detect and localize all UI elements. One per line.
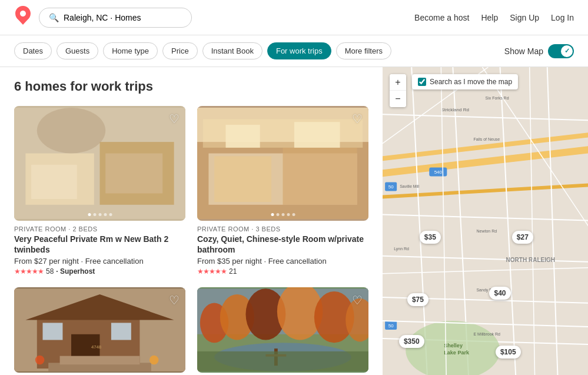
review-count-2: 21 — [229, 267, 237, 276]
card-image-4: ♡ — [197, 287, 368, 373]
card-image-3: 4748 ♡ — [14, 287, 185, 373]
filter-price[interactable]: Price — [162, 42, 198, 59]
wishlist-btn-2[interactable]: ♡ — [352, 112, 363, 126]
toggle-check-icon: ✓ — [564, 47, 570, 55]
svg-rect-12 — [226, 125, 260, 148]
show-map-label: Show Map — [504, 47, 543, 56]
card-info-2: PRIVATE ROOM · 3 BEDS Cozy, Quiet, Chine… — [197, 221, 368, 276]
dot — [109, 213, 112, 216]
svg-rect-20 — [111, 323, 131, 340]
header-right: Become a host Help Sign Up Log In — [414, 13, 574, 22]
dot — [271, 213, 274, 216]
wishlist-btn-1[interactable]: ♡ — [169, 112, 180, 126]
price-bubble-40[interactable]: $40 — [489, 287, 510, 300]
stars-2: ★★★★★ — [197, 267, 227, 276]
svg-rect-4 — [105, 154, 162, 194]
dot — [287, 213, 290, 216]
svg-rect-10 — [283, 148, 357, 205]
svg-rect-13 — [294, 122, 340, 148]
search-input[interactable] — [64, 13, 182, 22]
card-dots-1 — [88, 213, 112, 216]
header: 🔍 Become a host Help Sign Up Log In — [0, 0, 588, 35]
dot — [281, 213, 284, 216]
wishlist-btn-4[interactable]: ♡ — [352, 293, 363, 307]
svg-text:E Millbrook Rd: E Millbrook Rd — [473, 332, 500, 336]
listings-panel: 6 homes for work trips ♡ — [0, 67, 383, 375]
svg-rect-19 — [43, 323, 63, 340]
show-map-toggle-area[interactable]: Show Map ✓ — [504, 44, 574, 58]
toggle-knob: ✓ — [561, 45, 573, 57]
price-bubble-75[interactable]: $75 — [407, 293, 428, 306]
svg-rect-9 — [214, 156, 271, 202]
card-dots-2 — [271, 213, 295, 216]
map-area: 540 Strickland Rd Saville Mill Lynn Rd S… — [383, 67, 588, 375]
search-as-move[interactable]: Search as I move the map — [412, 74, 518, 89]
filter-home-type[interactable]: Home type — [103, 42, 158, 59]
svg-text:Newton Rd: Newton Rd — [476, 229, 497, 233]
card-price-2: From $35 per night · Free cancellation — [197, 257, 368, 266]
cards-grid: ♡ PRIVATE ROOM · 2 BEDS Very Peaceful Pr… — [14, 106, 368, 375]
price-bubble-27[interactable]: $27 — [512, 231, 533, 244]
dot — [276, 213, 279, 216]
card-rating-1: ★★★★★ 58 · Superhost — [14, 267, 185, 276]
log-in-link[interactable]: Log In — [551, 13, 574, 22]
filter-instant-book[interactable]: Instant Book — [202, 42, 263, 59]
map-background: 540 Strickland Rd Saville Mill Lynn Rd S… — [383, 67, 588, 375]
zoom-out-button[interactable]: − — [390, 91, 406, 107]
wishlist-btn-3[interactable]: ♡ — [169, 293, 180, 307]
card-type-1: PRIVATE ROOM · 2 BEDS — [14, 225, 185, 233]
page-title: 6 homes for work trips — [14, 79, 368, 94]
price-bubble-35[interactable]: $35 — [420, 231, 441, 244]
show-map-toggle[interactable]: ✓ — [548, 44, 574, 58]
svg-text:Shelley: Shelley — [444, 343, 463, 349]
dot — [292, 213, 295, 216]
sign-up-link[interactable]: Sign Up — [510, 13, 539, 22]
main-content: 6 homes for work trips ♡ — [0, 67, 588, 375]
svg-text:Falls of Neuse: Falls of Neuse — [473, 137, 500, 141]
superhost-badge-1: · Superhost — [56, 267, 95, 276]
search-as-move-label: Search as I move the map — [430, 78, 512, 86]
svg-text:Lynn Rd: Lynn Rd — [394, 247, 409, 251]
card-info-1: PRIVATE ROOM · 2 BEDS Very Peaceful Priv… — [14, 221, 185, 276]
svg-point-5 — [37, 108, 105, 154]
listing-card-3[interactable]: 4748 ♡ — [14, 287, 185, 375]
filter-more-filters[interactable]: More filters — [336, 42, 391, 59]
card-info-4 — [197, 373, 368, 375]
help-link[interactable]: Help — [481, 13, 498, 22]
svg-text:50: 50 — [388, 184, 394, 190]
svg-text:50: 50 — [388, 323, 394, 328]
card-type-2: PRIVATE ROOM · 3 BEDS — [197, 225, 368, 233]
card-price-1: From $27 per night · Free cancellation — [14, 257, 185, 266]
listing-card-2[interactable]: ♡ PRIVATE ROOM · 3 BEDS Cozy, Quiet, Chi… — [197, 106, 368, 276]
svg-text:NORTH RALEIGH: NORTH RALEIGH — [506, 257, 555, 263]
filter-dates[interactable]: Dates — [14, 42, 52, 59]
dot — [93, 213, 96, 216]
svg-text:Strickland Rd: Strickland Rd — [441, 107, 469, 112]
airbnb-logo[interactable] — [14, 6, 32, 29]
svg-rect-22 — [60, 356, 140, 365]
map-controls: + − — [390, 74, 406, 107]
zoom-in-button[interactable]: + — [390, 74, 406, 91]
svg-point-23 — [35, 356, 45, 365]
svg-text:540: 540 — [434, 170, 443, 175]
price-bubble-105[interactable]: $105 — [496, 346, 521, 359]
svg-rect-3 — [31, 165, 77, 199]
card-image-2: ♡ — [197, 106, 368, 221]
card-title-2: Cozy, Quiet, Chinese-style Room w/privat… — [197, 234, 368, 255]
svg-point-24 — [150, 356, 159, 365]
search-as-move-checkbox[interactable] — [418, 78, 426, 86]
filter-for-work-trips[interactable]: For work trips — [267, 42, 331, 59]
filter-guests[interactable]: Guests — [57, 42, 98, 59]
card-rating-2: ★★★★★ 21 — [197, 267, 368, 276]
svg-text:Six Forks Rd: Six Forks Rd — [486, 96, 509, 100]
search-bar[interactable]: 🔍 — [39, 8, 192, 28]
header-left: 🔍 — [14, 6, 192, 29]
card-info-3 — [14, 373, 185, 375]
listing-card-4[interactable]: ♡ — [197, 287, 368, 375]
card-image-1: ♡ — [14, 106, 185, 221]
listing-card-1[interactable]: ♡ PRIVATE ROOM · 2 BEDS Very Peaceful Pr… — [14, 106, 185, 276]
svg-text:Saville Mill: Saville Mill — [400, 184, 420, 188]
filter-bar: Dates Guests Home type Price Instant Boo… — [0, 35, 588, 67]
price-bubble-350[interactable]: $350 — [399, 335, 424, 348]
become-host-link[interactable]: Become a host — [414, 13, 469, 22]
